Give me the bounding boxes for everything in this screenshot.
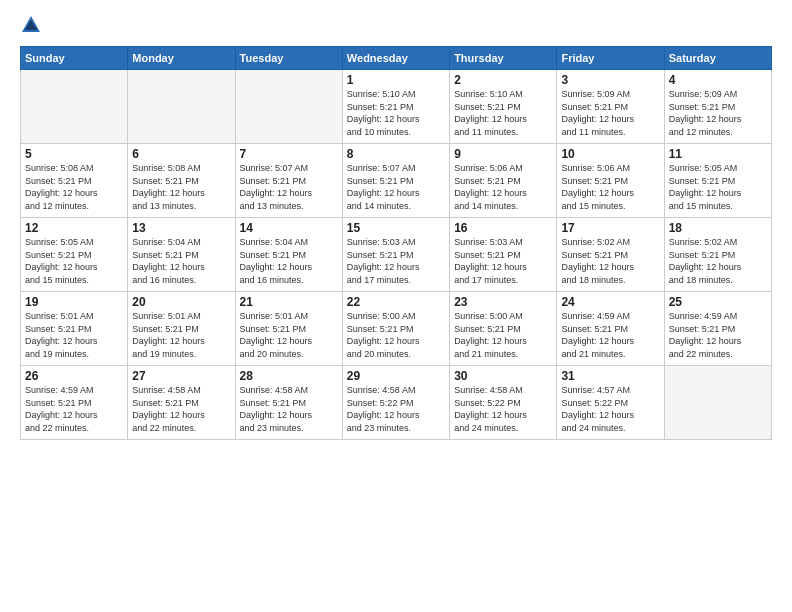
- calendar-day-cell: 27Sunrise: 4:58 AM Sunset: 5:21 PM Dayli…: [128, 366, 235, 440]
- calendar-day-cell: 16Sunrise: 5:03 AM Sunset: 5:21 PM Dayli…: [450, 218, 557, 292]
- day-number: 15: [347, 221, 445, 235]
- day-info: Sunrise: 5:02 AM Sunset: 5:21 PM Dayligh…: [561, 236, 659, 286]
- day-number: 11: [669, 147, 767, 161]
- day-info: Sunrise: 5:08 AM Sunset: 5:21 PM Dayligh…: [132, 162, 230, 212]
- day-number: 16: [454, 221, 552, 235]
- calendar-day-cell: 22Sunrise: 5:00 AM Sunset: 5:21 PM Dayli…: [342, 292, 449, 366]
- calendar-day-cell: 1Sunrise: 5:10 AM Sunset: 5:21 PM Daylig…: [342, 70, 449, 144]
- day-number: 26: [25, 369, 123, 383]
- day-info: Sunrise: 5:09 AM Sunset: 5:21 PM Dayligh…: [561, 88, 659, 138]
- day-info: Sunrise: 5:02 AM Sunset: 5:21 PM Dayligh…: [669, 236, 767, 286]
- weekday-header-cell: Monday: [128, 47, 235, 70]
- weekday-header-cell: Tuesday: [235, 47, 342, 70]
- calendar-day-cell: 11Sunrise: 5:05 AM Sunset: 5:21 PM Dayli…: [664, 144, 771, 218]
- calendar-day-cell: 30Sunrise: 4:58 AM Sunset: 5:22 PM Dayli…: [450, 366, 557, 440]
- day-number: 20: [132, 295, 230, 309]
- calendar-day-cell: [128, 70, 235, 144]
- day-number: 12: [25, 221, 123, 235]
- day-info: Sunrise: 5:01 AM Sunset: 5:21 PM Dayligh…: [240, 310, 338, 360]
- calendar-week-row: 26Sunrise: 4:59 AM Sunset: 5:21 PM Dayli…: [21, 366, 772, 440]
- day-info: Sunrise: 5:06 AM Sunset: 5:21 PM Dayligh…: [561, 162, 659, 212]
- day-info: Sunrise: 4:58 AM Sunset: 5:22 PM Dayligh…: [454, 384, 552, 434]
- day-info: Sunrise: 5:04 AM Sunset: 5:21 PM Dayligh…: [132, 236, 230, 286]
- day-info: Sunrise: 5:10 AM Sunset: 5:21 PM Dayligh…: [454, 88, 552, 138]
- calendar-day-cell: 5Sunrise: 5:08 AM Sunset: 5:21 PM Daylig…: [21, 144, 128, 218]
- day-number: 21: [240, 295, 338, 309]
- weekday-header-cell: Wednesday: [342, 47, 449, 70]
- day-number: 28: [240, 369, 338, 383]
- day-info: Sunrise: 5:05 AM Sunset: 5:21 PM Dayligh…: [669, 162, 767, 212]
- day-number: 4: [669, 73, 767, 87]
- day-number: 1: [347, 73, 445, 87]
- day-number: 10: [561, 147, 659, 161]
- day-info: Sunrise: 5:10 AM Sunset: 5:21 PM Dayligh…: [347, 88, 445, 138]
- day-info: Sunrise: 5:08 AM Sunset: 5:21 PM Dayligh…: [25, 162, 123, 212]
- day-number: 19: [25, 295, 123, 309]
- day-info: Sunrise: 5:07 AM Sunset: 5:21 PM Dayligh…: [240, 162, 338, 212]
- calendar-day-cell: 9Sunrise: 5:06 AM Sunset: 5:21 PM Daylig…: [450, 144, 557, 218]
- calendar-day-cell: 15Sunrise: 5:03 AM Sunset: 5:21 PM Dayli…: [342, 218, 449, 292]
- day-number: 6: [132, 147, 230, 161]
- calendar-body: 1Sunrise: 5:10 AM Sunset: 5:21 PM Daylig…: [21, 70, 772, 440]
- calendar-day-cell: 2Sunrise: 5:10 AM Sunset: 5:21 PM Daylig…: [450, 70, 557, 144]
- calendar-day-cell: 13Sunrise: 5:04 AM Sunset: 5:21 PM Dayli…: [128, 218, 235, 292]
- day-info: Sunrise: 5:00 AM Sunset: 5:21 PM Dayligh…: [347, 310, 445, 360]
- day-number: 5: [25, 147, 123, 161]
- calendar-week-row: 12Sunrise: 5:05 AM Sunset: 5:21 PM Dayli…: [21, 218, 772, 292]
- day-number: 2: [454, 73, 552, 87]
- calendar-day-cell: 19Sunrise: 5:01 AM Sunset: 5:21 PM Dayli…: [21, 292, 128, 366]
- day-info: Sunrise: 5:01 AM Sunset: 5:21 PM Dayligh…: [25, 310, 123, 360]
- day-number: 7: [240, 147, 338, 161]
- day-number: 22: [347, 295, 445, 309]
- calendar-day-cell: 26Sunrise: 4:59 AM Sunset: 5:21 PM Dayli…: [21, 366, 128, 440]
- calendar-day-cell: [235, 70, 342, 144]
- calendar-day-cell: 28Sunrise: 4:58 AM Sunset: 5:21 PM Dayli…: [235, 366, 342, 440]
- calendar-day-cell: 12Sunrise: 5:05 AM Sunset: 5:21 PM Dayli…: [21, 218, 128, 292]
- weekday-header-row: SundayMondayTuesdayWednesdayThursdayFrid…: [21, 47, 772, 70]
- calendar-day-cell: 8Sunrise: 5:07 AM Sunset: 5:21 PM Daylig…: [342, 144, 449, 218]
- calendar-day-cell: 10Sunrise: 5:06 AM Sunset: 5:21 PM Dayli…: [557, 144, 664, 218]
- weekday-header-cell: Friday: [557, 47, 664, 70]
- day-info: Sunrise: 5:05 AM Sunset: 5:21 PM Dayligh…: [25, 236, 123, 286]
- day-number: 24: [561, 295, 659, 309]
- calendar-day-cell: 21Sunrise: 5:01 AM Sunset: 5:21 PM Dayli…: [235, 292, 342, 366]
- calendar-day-cell: 14Sunrise: 5:04 AM Sunset: 5:21 PM Dayli…: [235, 218, 342, 292]
- day-number: 30: [454, 369, 552, 383]
- day-info: Sunrise: 4:59 AM Sunset: 5:21 PM Dayligh…: [561, 310, 659, 360]
- day-number: 13: [132, 221, 230, 235]
- weekday-header-cell: Thursday: [450, 47, 557, 70]
- calendar-week-row: 5Sunrise: 5:08 AM Sunset: 5:21 PM Daylig…: [21, 144, 772, 218]
- day-number: 23: [454, 295, 552, 309]
- day-number: 17: [561, 221, 659, 235]
- day-info: Sunrise: 4:59 AM Sunset: 5:21 PM Dayligh…: [669, 310, 767, 360]
- day-info: Sunrise: 5:06 AM Sunset: 5:21 PM Dayligh…: [454, 162, 552, 212]
- calendar-day-cell: [21, 70, 128, 144]
- calendar-day-cell: 29Sunrise: 4:58 AM Sunset: 5:22 PM Dayli…: [342, 366, 449, 440]
- day-number: 25: [669, 295, 767, 309]
- day-info: Sunrise: 5:09 AM Sunset: 5:21 PM Dayligh…: [669, 88, 767, 138]
- day-info: Sunrise: 4:57 AM Sunset: 5:22 PM Dayligh…: [561, 384, 659, 434]
- calendar-day-cell: 4Sunrise: 5:09 AM Sunset: 5:21 PM Daylig…: [664, 70, 771, 144]
- weekday-header-cell: Sunday: [21, 47, 128, 70]
- day-info: Sunrise: 5:03 AM Sunset: 5:21 PM Dayligh…: [454, 236, 552, 286]
- calendar-day-cell: 20Sunrise: 5:01 AM Sunset: 5:21 PM Dayli…: [128, 292, 235, 366]
- day-number: 29: [347, 369, 445, 383]
- calendar-day-cell: [664, 366, 771, 440]
- calendar-day-cell: 3Sunrise: 5:09 AM Sunset: 5:21 PM Daylig…: [557, 70, 664, 144]
- calendar-table: SundayMondayTuesdayWednesdayThursdayFrid…: [20, 46, 772, 440]
- calendar-day-cell: 18Sunrise: 5:02 AM Sunset: 5:21 PM Dayli…: [664, 218, 771, 292]
- calendar-day-cell: 31Sunrise: 4:57 AM Sunset: 5:22 PM Dayli…: [557, 366, 664, 440]
- calendar-day-cell: 23Sunrise: 5:00 AM Sunset: 5:21 PM Dayli…: [450, 292, 557, 366]
- calendar-day-cell: 7Sunrise: 5:07 AM Sunset: 5:21 PM Daylig…: [235, 144, 342, 218]
- day-number: 9: [454, 147, 552, 161]
- header-area: [20, 16, 772, 36]
- calendar-day-cell: 17Sunrise: 5:02 AM Sunset: 5:21 PM Dayli…: [557, 218, 664, 292]
- calendar-day-cell: 6Sunrise: 5:08 AM Sunset: 5:21 PM Daylig…: [128, 144, 235, 218]
- page: SundayMondayTuesdayWednesdayThursdayFrid…: [0, 0, 792, 612]
- weekday-header-cell: Saturday: [664, 47, 771, 70]
- day-number: 18: [669, 221, 767, 235]
- calendar-week-row: 19Sunrise: 5:01 AM Sunset: 5:21 PM Dayli…: [21, 292, 772, 366]
- calendar-week-row: 1Sunrise: 5:10 AM Sunset: 5:21 PM Daylig…: [21, 70, 772, 144]
- day-info: Sunrise: 5:00 AM Sunset: 5:21 PM Dayligh…: [454, 310, 552, 360]
- day-number: 14: [240, 221, 338, 235]
